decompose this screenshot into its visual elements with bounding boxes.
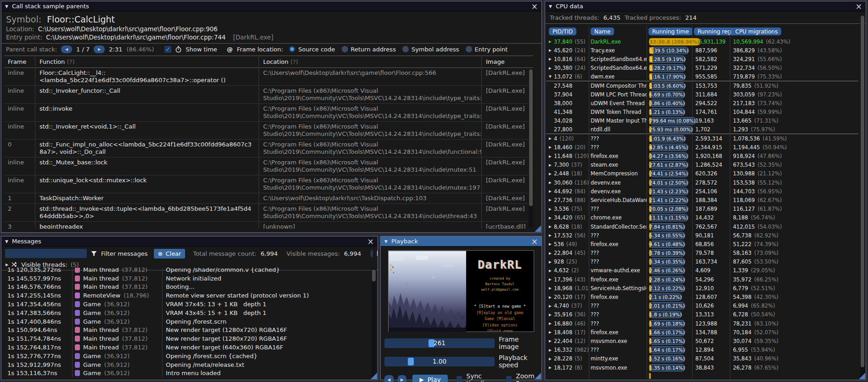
close-icon[interactable]: × [531, 3, 538, 10]
cpu-process-row[interactable]: ▶18,460(20)???42.85 s (4.45%)2,344,9151,… [546, 143, 858, 152]
close-icon[interactable]: × [531, 238, 538, 245]
column-header-name[interactable]: Name [591, 28, 614, 35]
cpu-process-row[interactable]: ▶17,532(56)???5.34 s (0.55%)90,18156,738… [546, 231, 858, 240]
callstack-frame-row[interactable]: 1TaskDispatch::WorkerC:\Users\wolf\Deskt… [4, 193, 533, 204]
cpu-process-row[interactable]: 27,800ntdll.dll25.93 ms (0.00%)1,7021,29… [546, 125, 858, 134]
column-header-running-time[interactable]: Running time [648, 28, 693, 35]
cpu-process-row[interactable]: ▶11,648(120)firefox.exe34.27 s (3.56%)1,… [546, 152, 858, 160]
cpu-process-row[interactable]: 38,000uDWM Event Thread3.86 s (0.40%)294… [546, 99, 858, 107]
expand-icon[interactable]: ▶ [546, 154, 554, 158]
cpu-process-row[interactable]: ▶45,620(24)Tracy.exe1:39.5 (10.34%)887,5… [546, 46, 858, 55]
cpu-process-row[interactable]: ▶35,916(36)???1.8 s (0.19%)13,3136,728(5… [546, 310, 858, 319]
message-row[interactable]: 1s 146,576,766nsMain thread(37,812)Booti… [3, 283, 369, 292]
expand-icon[interactable]: ▶ [546, 357, 554, 361]
expand-icon[interactable]: ▶ [546, 304, 554, 308]
message-filter-input[interactable] [5, 249, 87, 258]
collapse-icon[interactable]: ▼ [384, 239, 388, 244]
callstack-frame-row[interactable]: inlinestd::unique_lock<std::mutex>::lock… [4, 175, 533, 193]
callstack-frame-row[interactable]: 2std::thread::_Invoke<std::tuple<<lambda… [4, 204, 533, 222]
expand-icon[interactable]: ▶ [546, 163, 554, 167]
column-header-cpu-migrations[interactable]: CPU migrations [732, 28, 781, 35]
expand-icon[interactable]: ▶ [546, 189, 554, 193]
message-row[interactable]: 1s 152,764,817nsMain thread(37,812)New r… [3, 343, 369, 352]
expand-icon[interactable]: ▶ [546, 260, 554, 264]
cpu-process-row[interactable]: ▶2,448(18)MemCompression24.41 s (2.54%)6… [546, 169, 858, 178]
column-header-function[interactable]: Function (?) [35, 57, 259, 67]
expand-icon[interactable]: ▶ [546, 216, 554, 220]
cpu-process-row[interactable]: ▶10,816(64)ScriptedSandbox64.exe1:28.5 (… [546, 55, 858, 63]
messages-scrollbar[interactable] [372, 269, 376, 377]
resize-grip[interactable] [535, 373, 541, 379]
cpu-process-row[interactable]: ▶16,332(982)???1.64 s (0.17%)12,8946,955… [546, 346, 858, 354]
cpu-process-row[interactable]: ▶928(25)???3.34 s (0.35%)163,73487,605(5… [546, 258, 858, 266]
cpu-process-row[interactable]: ▶34,420(65)chrome.exe11.11 s (1.15%)14,4… [546, 213, 858, 222]
cpu-process-row[interactable]: ▶22,804(45)???3.78 s (0.39%)79,57858,163… [546, 249, 858, 258]
callstack-frame-row[interactable]: inlineFloor::CalcLight::__l4::<lambda_5b… [4, 68, 533, 86]
expand-icon[interactable]: ▶ [546, 198, 554, 202]
resize-grip[interactable] [371, 373, 377, 379]
expand-icon[interactable]: ▶ [546, 269, 554, 273]
close-icon[interactable]: × [367, 238, 374, 245]
message-row[interactable]: 1s 147,383,566nsGame(36,912)VRAM 43x45: … [3, 309, 369, 317]
expand-icon[interactable]: ▶ [546, 242, 554, 246]
cpu-process-row[interactable]: 37,904DWM LPC Port Thread6.69 s (0.70%)3… [546, 90, 858, 99]
cpu-process-row[interactable]: ▶30,380(24)ScriptedSandbox64.exe1:28.2 (… [546, 64, 858, 73]
callstack-frame-row[interactable]: inlinestd::_Invoker_ret<void,1>::_CallC:… [4, 122, 533, 140]
scrollbar-thumb[interactable] [529, 69, 533, 206]
expand-icon[interactable]: ▶ [546, 365, 554, 370]
frame-image-slider[interactable]: 261 [384, 338, 495, 348]
frame-location-radio[interactable]: Return address [342, 46, 396, 53]
column-header-frame[interactable]: Frame [4, 57, 35, 67]
expand-icon[interactable]: ▶ [546, 39, 554, 44]
cpu-process-row[interactable]: ▶44,692(84)devenv.exe21.43 s (2.23%)254,… [546, 187, 858, 196]
message-row[interactable]: 1s 120,335,272nsMain thread(37,812)Openi… [3, 268, 369, 274]
frame-location-radio[interactable]: Source code [289, 46, 335, 53]
callstack-frame-row[interactable]: 0std::_Func_impl_no_alloc<<lambda_5bc224… [4, 140, 533, 157]
cpu-titlebar[interactable]: ▼ CPU data × [545, 1, 866, 11]
messages-titlebar[interactable]: ▼ Messages × [1, 236, 378, 247]
resize-grip[interactable] [535, 225, 541, 232]
expand-icon[interactable]: ▶ [546, 295, 554, 299]
cpu-process-row[interactable] [546, 372, 858, 379]
zoom-2x-checkbox[interactable]: . [506, 376, 512, 382]
show-time-checkbox[interactable]: ✓ [164, 46, 171, 53]
expand-icon[interactable]: ▶ [546, 57, 554, 61]
expand-icon[interactable]: ▶ [546, 48, 554, 52]
callstack-frame-row[interactable]: inlinestd::invokeC:\Program Files (x86)\… [4, 104, 533, 122]
next-callstack-button[interactable]: ▶ [94, 45, 105, 53]
message-row[interactable]: 1s 145,557,997nsMain thread(37,812)Netwo… [3, 274, 369, 283]
column-header-pid-tid[interactable]: PID/TID [549, 28, 576, 35]
expand-icon[interactable]: ▶ [546, 339, 554, 343]
step-back-button[interactable]: ◀ [384, 375, 394, 382]
cpu-process-row[interactable]: ▶4,740(37)???2.01 s (0.21%)10,6266,994(6… [546, 302, 858, 310]
clear-button[interactable]: ⊗ Clear [154, 249, 186, 258]
cpu-process-row[interactable]: ▶4(120)???1:01.9 (6.43%)2,593,3141,078,5… [546, 134, 858, 143]
expand-icon[interactable]: ▶ [546, 225, 554, 229]
message-row[interactable]: 1s 151,754,784nsMain thread(37,812)New r… [3, 334, 369, 343]
cpu-process-row[interactable]: ▶4,632(2)vmware-authd.exe2.46 s (0.26%)4… [546, 266, 858, 275]
cpu-process-row[interactable]: ▶37,840(55)DarkRL.exe33:30.8 (208.96%)16… [546, 37, 858, 46]
cpu-process-row[interactable]: ▶17,396(43)firefox.exe2.28 s (0.24%)54,2… [546, 275, 858, 284]
cpu-process-row[interactable]: 34,028DWM Master Input Thread799.64 ms (… [546, 117, 858, 125]
step-forward-button[interactable]: ▶ [398, 375, 407, 382]
cpu-process-row[interactable]: ▶18,408(17)firefox.exe1.66 s (0.17%)134,… [546, 328, 858, 337]
resize-grip[interactable] [859, 373, 865, 379]
expand-icon[interactable]: ▶ [546, 172, 554, 176]
frame-location-radio[interactable]: Entry point [466, 46, 508, 53]
prev-callstack-button[interactable]: ◀ [61, 45, 72, 53]
callstack-scrollbar[interactable] [529, 68, 533, 228]
callstack-frame-row[interactable]: inlinestd::_Mutex_base::lockC:\Program F… [4, 157, 533, 175]
expand-icon[interactable]: ▶ [546, 66, 554, 70]
expand-icon[interactable]: ▶ [546, 251, 554, 255]
cpu-process-row[interactable]: ▶20,120(17)firefox.exe2.1 s (0.22%)128,6… [546, 292, 858, 301]
message-row[interactable]: 1s 147,255,145nsRemoteView(18,796)Remote… [3, 291, 369, 300]
expand-icon[interactable]: ▶ [546, 330, 554, 334]
expand-icon[interactable]: ▶ [546, 233, 554, 237]
message-row[interactable]: 1s 152,776,777nsGame(36,912)Opening /for… [3, 352, 369, 360]
column-header-image[interactable]: Image [481, 57, 533, 67]
close-icon[interactable]: × [856, 3, 862, 10]
expand-icon[interactable]: ▶ [546, 277, 554, 281]
cpu-process-row[interactable]: ▶30,060(116)devenv.exe24.01 s (2.50%)278… [546, 178, 858, 187]
cpu-process-row[interactable]: ▶16,880(46)???1.69 s (0.18%)123,98878,23… [546, 319, 858, 328]
callstack-titlebar[interactable]: ▼ Call stack sample parents × [1, 1, 541, 11]
